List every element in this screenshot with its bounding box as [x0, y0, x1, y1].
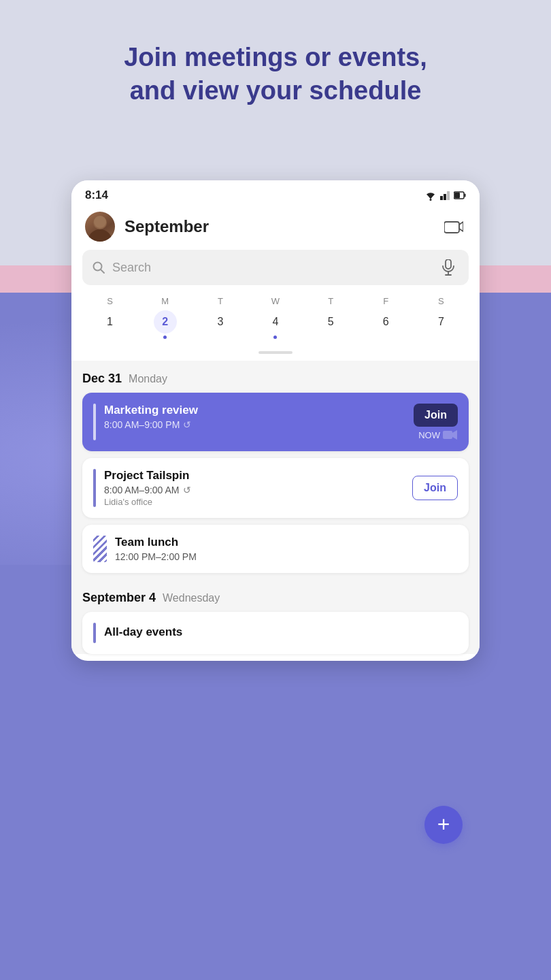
- svg-rect-2: [444, 194, 446, 200]
- schedule: Dec 31 Monday Marketing review 8:00 AM–9…: [71, 361, 480, 654]
- event-card-team-lunch[interactable]: Team lunch 12:00 PM–2:00 PM: [82, 525, 469, 573]
- svg-rect-6: [465, 194, 466, 197]
- date-dot-2: [163, 336, 167, 339]
- dec31-day: Monday: [129, 373, 167, 385]
- now-label: NOW: [418, 430, 440, 440]
- event-time-tailspin: 8:00 AM–9:00 AM ↺: [104, 485, 404, 495]
- repeat-icon-marketing: ↺: [183, 419, 191, 430]
- svg-point-0: [430, 199, 432, 201]
- svg-rect-10: [444, 222, 459, 233]
- calendar-week: S M T W T F S 1 2 3 4 5: [71, 293, 480, 361]
- event-title-lunch: Team lunch: [115, 536, 458, 549]
- day-label-thu: T: [303, 296, 358, 306]
- day-label-tue: T: [193, 296, 248, 306]
- avatar[interactable]: [85, 212, 115, 242]
- svg-line-13: [101, 270, 104, 273]
- svg-rect-3: [447, 191, 450, 200]
- day-label-wed: W: [248, 296, 303, 306]
- svg-marker-11: [459, 222, 463, 231]
- event-card-all-day[interactable]: All-day events: [82, 612, 469, 654]
- event-location-tailspin: Lidia's office: [104, 497, 404, 507]
- svg-point-7: [88, 229, 112, 242]
- event-title-marketing: Marketing review: [104, 404, 405, 417]
- fab-icon: +: [437, 813, 450, 835]
- sep4-header: September 4 Wednesday: [82, 580, 469, 612]
- fab-add-button[interactable]: +: [424, 806, 463, 844]
- event-stripe-lunch: [93, 536, 107, 562]
- dec31-header: Dec 31 Monday: [82, 361, 469, 393]
- search-bar[interactable]: Search: [82, 250, 469, 285]
- now-badge: NOW: [418, 429, 458, 440]
- sep4-date: September 4: [82, 591, 156, 605]
- battery-icon: [454, 191, 466, 199]
- svg-rect-17: [443, 431, 452, 439]
- date-dot-4: [273, 336, 277, 339]
- event-info-marketing: Marketing review 8:00 AM–9:00 PM ↺: [104, 404, 405, 440]
- day-label-fri: F: [358, 296, 414, 306]
- event-stripe-tailspin: [93, 469, 96, 507]
- search-placeholder: Search: [112, 261, 431, 275]
- event-stripe-all-day: [93, 623, 96, 643]
- join-button-marketing[interactable]: Join: [414, 404, 458, 427]
- svg-rect-5: [454, 193, 460, 198]
- sep4-day: Wednesday: [163, 592, 220, 604]
- event-info-tailspin: Project Tailspin 8:00 AM–9:00 AM ↺ Lidia…: [104, 469, 404, 507]
- mic-icon: [441, 259, 455, 276]
- date-cell-6[interactable]: 6: [358, 310, 414, 339]
- week-days-header: S M T W T F S: [82, 296, 469, 306]
- calendar-handle[interactable]: [82, 347, 469, 361]
- event-card-project-tailspin[interactable]: Project Tailspin 8:00 AM–9:00 AM ↺ Lidia…: [82, 458, 469, 518]
- repeat-icon-tailspin: ↺: [183, 485, 191, 495]
- date-cell-5[interactable]: 5: [303, 310, 358, 339]
- camera-icon: [444, 219, 463, 234]
- status-icons: [424, 191, 466, 201]
- dec31-date: Dec 31: [82, 372, 122, 386]
- search-icon: [92, 261, 105, 274]
- date-cell-2[interactable]: 2: [137, 310, 193, 339]
- day-label-mon: M: [137, 296, 193, 306]
- mic-button[interactable]: [437, 257, 459, 278]
- svg-marker-18: [452, 430, 457, 440]
- date-cell-1[interactable]: 1: [82, 310, 137, 339]
- headline: Join meetings or events, and view your s…: [0, 41, 551, 108]
- wifi-icon: [424, 191, 437, 201]
- svg-point-9: [94, 216, 106, 228]
- signal-icon: [440, 191, 451, 200]
- event-info-lunch: Team lunch 12:00 PM–2:00 PM: [115, 536, 458, 562]
- week-dates: 1 2 3 4 5 6 7: [82, 310, 469, 339]
- app-header: September: [71, 208, 480, 250]
- event-title-tailspin: Project Tailspin: [104, 469, 404, 483]
- status-bar: 8:14: [71, 180, 480, 208]
- svg-rect-1: [440, 196, 443, 200]
- svg-rect-14: [446, 259, 451, 269]
- video-icon-marketing: [443, 429, 458, 440]
- date-cell-4[interactable]: 4: [248, 310, 303, 339]
- join-now-wrapper: Join NOW: [414, 404, 458, 440]
- date-cell-3[interactable]: 3: [193, 310, 248, 339]
- event-time-lunch: 12:00 PM–2:00 PM: [115, 551, 458, 562]
- event-card-marketing-review[interactable]: Marketing review 8:00 AM–9:00 PM ↺ Join …: [82, 393, 469, 451]
- day-label-sun: S: [82, 296, 137, 306]
- day-label-sat: S: [414, 296, 469, 306]
- phone-card: 8:14: [71, 180, 480, 661]
- join-button-tailspin[interactable]: Join: [412, 476, 458, 500]
- camera-button[interactable]: [441, 214, 466, 239]
- date-cell-7[interactable]: 7: [414, 310, 469, 339]
- event-time-marketing: 8:00 AM–9:00 PM ↺: [104, 419, 405, 430]
- month-title: September: [124, 217, 441, 236]
- event-title-all-day: All-day events: [104, 625, 182, 639]
- event-stripe-marketing: [93, 404, 96, 440]
- status-time: 8:14: [85, 189, 108, 202]
